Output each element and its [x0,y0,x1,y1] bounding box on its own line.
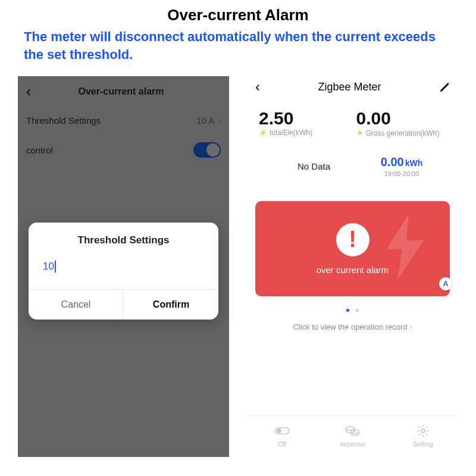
threshold-dialog: Threshold Settings 10 Cancel Confirm [29,223,218,320]
threshold-input-value: 10 [43,261,54,273]
settings-screen: ‹ Over-current alarm Threshold Settings … [18,76,229,457]
operation-record-link[interactable]: Click to view the operation record› [247,322,458,331]
confirm-button[interactable]: Confirm [124,290,218,320]
meter-header: ‹ Zigbee Meter [247,76,458,95]
tab-label: Setting [413,440,433,447]
stat-value: 0.00 [356,108,447,129]
period-row: No Data 0.00kWh 19:00-20:00 [247,137,458,177]
stat-label: totalEle(kWh) [270,129,312,137]
coins-icon [345,424,360,437]
sun-icon: ☀ [356,129,364,137]
tab-label: expense [340,440,365,447]
bottom-bar: Off expense Setting [247,415,458,457]
period-range: 19:00-20:00 [357,170,446,177]
exclaim-icon: ! [336,223,369,256]
cancel-button[interactable]: Cancel [29,290,124,320]
svg-point-1 [277,429,281,433]
meter-title: Zigbee Meter [260,81,439,93]
stat-total-ele: 2.50 ⚡totalEle(kWh) [259,108,349,137]
tab-expense[interactable]: expense [317,424,387,447]
stat-value: 2.50 [259,108,349,129]
gear-icon [415,424,431,437]
tab-off[interactable]: Off [247,424,317,447]
tab-label: Off [278,440,286,447]
chevron-right-icon: › [410,323,412,331]
bolt-bg-icon [380,214,433,280]
period-box[interactable]: 0.00kWh 19:00-20:00 [357,155,446,177]
dot-active [346,309,349,312]
bolt-icon: ⚡ [259,129,267,137]
badge-a[interactable]: A [439,277,452,290]
period-unit: kWh [404,158,423,168]
dialog-title: Threshold Settings [29,223,218,255]
period-value: 0.00 [381,155,404,168]
alarm-card[interactable]: ! over current alarm A [255,201,450,296]
dot [356,309,359,312]
page-title: Over-current Alarm [24,6,452,24]
page-dots [247,303,458,314]
page-subtitle: The meter will disconnect automatically … [24,28,452,63]
meter-screen: ‹ Zigbee Meter 2.50 ⚡totalEle(kWh) 0.00 … [247,76,458,457]
no-data-label: No Data [259,161,357,171]
back-icon[interactable]: ‹ [255,79,260,95]
stat-label: Gross generation(kWh) [366,129,440,137]
stat-gross-gen: 0.00 ☀Gross generation(kWh) [356,108,447,137]
edit-icon[interactable] [439,82,450,92]
toggle-icon [274,424,290,437]
text-cursor [55,261,56,273]
tab-setting[interactable]: Setting [388,424,458,447]
alarm-text: over current alarm [317,265,389,275]
threshold-input[interactable]: 10 [29,255,218,289]
svg-point-4 [421,429,425,433]
